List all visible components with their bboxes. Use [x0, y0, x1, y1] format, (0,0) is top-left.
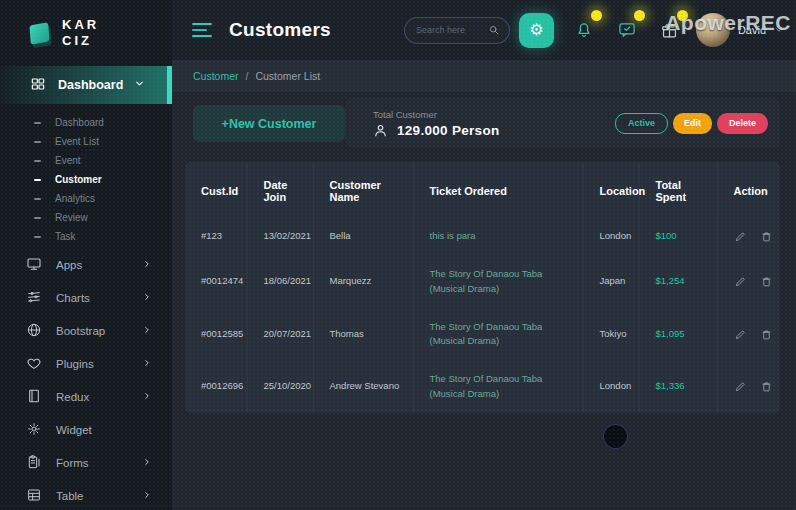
- gear-icon: ⚙: [529, 22, 543, 38]
- monitor-icon: [26, 256, 42, 274]
- row-edit-button[interactable]: [734, 328, 747, 341]
- sidebar-item-table[interactable]: Table: [0, 479, 172, 510]
- chevron-right-icon: [142, 490, 152, 502]
- table-row: #0012585 20/07/2021 Thomas The Story Of …: [185, 308, 780, 361]
- avatar: [696, 13, 730, 47]
- chat-icon: [617, 20, 637, 40]
- submenu-item-review[interactable]: Review: [0, 208, 172, 227]
- hamburger-menu-icon[interactable]: [192, 23, 212, 38]
- edit-button[interactable]: Edit: [673, 113, 712, 134]
- row-delete-button[interactable]: [760, 328, 773, 341]
- submenu-item-event-list[interactable]: Event List: [0, 132, 172, 151]
- sidebar-item-widget[interactable]: Widget: [0, 413, 172, 446]
- content-area: +New Customer Total Customer 129.000 Per…: [172, 92, 796, 510]
- col-location: Location: [583, 162, 639, 217]
- sidebar-item-forms[interactable]: Forms: [0, 446, 172, 479]
- widget-icon: [26, 421, 42, 439]
- dash-icon: [34, 141, 41, 143]
- brand-logo[interactable]: KAR CIZ: [0, 0, 172, 50]
- table-header-row: Cust.Id Date Join Customer Name Ticket O…: [185, 162, 780, 217]
- brand-logo-icon: [29, 22, 49, 44]
- sidebar-nav: Apps Charts Bootstrap Plugins Redux: [0, 248, 172, 510]
- panel-actions: Active Edit Delete: [615, 113, 768, 134]
- row-edit-button[interactable]: [734, 230, 747, 243]
- gift-badge: [677, 10, 688, 21]
- sidebar-item-dashboard[interactable]: Dashboard: [0, 66, 172, 104]
- customers-table-card: Cust.Id Date Join Customer Name Ticket O…: [185, 162, 780, 413]
- search-input[interactable]: [416, 25, 483, 35]
- breadcrumb: Customer / Customer List: [172, 60, 796, 92]
- top-header: Customers ⚙ David: [172, 0, 796, 60]
- col-cust-id: Cust.Id: [185, 162, 247, 217]
- trash-icon: [760, 328, 773, 341]
- chart-icon: [26, 289, 42, 307]
- gifts-button[interactable]: [657, 17, 683, 43]
- table-icon: [26, 487, 42, 505]
- brand-name: KAR CIZ: [62, 17, 99, 48]
- chevron-right-icon: [142, 391, 152, 403]
- search-box: [404, 17, 510, 44]
- search-icon[interactable]: [488, 24, 500, 36]
- col-ticket-ordered: Ticket Ordered: [413, 162, 583, 217]
- pencil-icon: [734, 380, 747, 393]
- chevron-down-icon: [134, 78, 145, 92]
- notification-badge: [591, 10, 602, 21]
- bell-icon: [574, 20, 594, 40]
- row-edit-button[interactable]: [734, 275, 747, 288]
- dash-icon: [34, 122, 41, 124]
- dash-icon: [34, 179, 41, 181]
- row-delete-button[interactable]: [760, 275, 773, 288]
- table-row: #0012696 25/10/2020 Andrew Stevano The S…: [185, 360, 780, 413]
- active-button[interactable]: Active: [615, 113, 668, 134]
- submenu-item-dashboard[interactable]: Dashboard: [0, 113, 172, 132]
- row-delete-button[interactable]: [760, 230, 773, 243]
- new-customer-button[interactable]: +New Customer: [193, 105, 345, 142]
- dash-icon: [34, 198, 41, 200]
- pencil-icon: [734, 328, 747, 341]
- book-icon: [26, 388, 42, 406]
- submenu-item-task[interactable]: Task: [0, 227, 172, 246]
- globe-icon: [26, 322, 42, 340]
- gift-icon: [660, 21, 679, 40]
- delete-button[interactable]: Delete: [717, 113, 768, 134]
- message-badge: [634, 10, 645, 21]
- dashboard-submenu: Dashboard Event List Event Customer Anal…: [0, 113, 172, 246]
- row-delete-button[interactable]: [760, 380, 773, 393]
- trash-icon: [760, 380, 773, 393]
- sidebar-item-apps[interactable]: Apps: [0, 248, 172, 281]
- total-customer-value: 129.000 Person: [397, 123, 500, 138]
- heart-icon: [26, 355, 42, 373]
- breadcrumb-current: Customer List: [255, 70, 320, 82]
- col-date-join: Date Join: [247, 162, 313, 217]
- notifications-button[interactable]: [571, 17, 597, 43]
- trash-icon: [760, 275, 773, 288]
- dash-icon: [34, 236, 41, 238]
- user-menu[interactable]: David: [696, 13, 784, 47]
- chevron-right-icon: [142, 259, 152, 271]
- cursor-highlight: [603, 424, 628, 449]
- user-name: David: [738, 24, 766, 36]
- messages-button[interactable]: [614, 17, 640, 43]
- submenu-item-event[interactable]: Event: [0, 151, 172, 170]
- table-row: #123 13/02/2021 Bella this is para Londo…: [185, 217, 780, 255]
- submenu-item-customer[interactable]: Customer: [0, 170, 172, 189]
- sidebar-item-plugins[interactable]: Plugins: [0, 347, 172, 380]
- sidebar-item-charts[interactable]: Charts: [0, 281, 172, 314]
- clipboard-icon: [26, 454, 42, 472]
- page-title: Customers: [229, 19, 331, 41]
- person-icon: [373, 123, 388, 138]
- table-row: #0012474 18/06/2021 Marquezz The Story O…: [185, 255, 780, 308]
- total-customer-label: Total Customer: [373, 109, 500, 120]
- sidebar: KAR CIZ Dashboard Dashboard Event List E…: [0, 0, 172, 510]
- settings-button[interactable]: ⚙: [519, 13, 554, 48]
- sidebar-item-bootstrap[interactable]: Bootstrap: [0, 314, 172, 347]
- sidebar-item-redux[interactable]: Redux: [0, 380, 172, 413]
- dash-icon: [34, 217, 41, 219]
- col-total-spent: Total Spent: [639, 162, 717, 217]
- breadcrumb-section[interactable]: Customer: [193, 70, 239, 82]
- pencil-icon: [734, 230, 747, 243]
- chevron-down-icon: [774, 21, 784, 39]
- submenu-item-analytics[interactable]: Analytics: [0, 189, 172, 208]
- row-edit-button[interactable]: [734, 380, 747, 393]
- dashboard-icon: [30, 76, 46, 95]
